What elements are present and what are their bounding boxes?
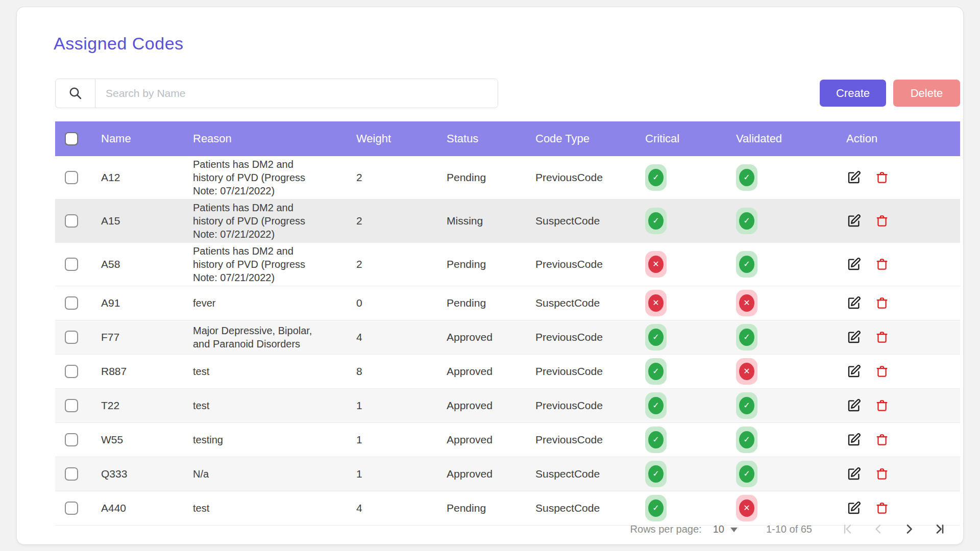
edit-icon[interactable] <box>846 500 862 516</box>
trash-icon[interactable] <box>875 257 889 271</box>
edit-icon[interactable] <box>846 466 862 482</box>
code-name: A58 <box>101 258 193 270</box>
critical-status-icon: ✓ <box>645 208 667 234</box>
code-name: R887 <box>101 365 193 378</box>
delete-button[interactable]: Delete <box>893 80 960 107</box>
code-name: A12 <box>101 171 193 184</box>
row-checkbox[interactable] <box>65 296 78 310</box>
search-input[interactable] <box>95 79 498 108</box>
edit-icon[interactable] <box>846 170 862 185</box>
row-checkbox[interactable] <box>65 258 78 271</box>
row-checkbox[interactable] <box>65 365 78 378</box>
row-checkbox[interactable] <box>65 467 78 481</box>
row-checkbox[interactable] <box>65 399 78 412</box>
trash-icon[interactable] <box>875 467 889 481</box>
code-status: Pending <box>447 258 535 270</box>
code-name: F77 <box>101 331 193 343</box>
trash-icon[interactable] <box>875 296 889 310</box>
code-status: Missing <box>447 215 535 227</box>
edit-icon[interactable] <box>846 398 862 413</box>
edit-icon[interactable] <box>846 364 862 379</box>
code-reason: fever <box>193 295 325 311</box>
row-checkbox[interactable] <box>65 433 78 446</box>
pagination-bar: Rows per page: 10 1-10 of 65 <box>55 515 960 543</box>
column-header-weight: Weight <box>356 132 447 145</box>
code-weight: 2 <box>356 258 447 270</box>
validated-status-icon: ✓ <box>736 461 757 487</box>
code-type: PreviousCode <box>535 399 645 412</box>
first-page-icon[interactable] <box>842 523 854 535</box>
column-header-action: Action <box>844 132 960 145</box>
trash-icon[interactable] <box>875 214 889 228</box>
code-reason: test <box>193 397 325 414</box>
trash-icon[interactable] <box>875 170 889 185</box>
edit-icon[interactable] <box>846 295 862 311</box>
row-checkbox[interactable] <box>65 331 78 344</box>
edit-icon[interactable] <box>846 213 862 229</box>
validated-status-icon: ✓ <box>736 164 757 191</box>
code-type: PreviousCode <box>535 258 645 270</box>
trash-icon[interactable] <box>875 433 889 447</box>
search-icon <box>56 79 95 108</box>
code-status: Pending <box>447 171 535 184</box>
code-weight: 1 <box>356 434 447 446</box>
code-type: SuspectCode <box>535 468 645 480</box>
trash-icon[interactable] <box>875 398 889 413</box>
table-row: A15 Patients has DM2 and history of PVD … <box>55 199 960 243</box>
edit-icon[interactable] <box>846 257 862 272</box>
column-header-code-type: Code Type <box>535 132 645 145</box>
trash-icon[interactable] <box>875 364 889 379</box>
table-row: A91 fever 0 Pending SuspectCode ✕ ✕ <box>55 286 960 320</box>
edit-icon[interactable] <box>846 330 862 345</box>
rows-per-page-select[interactable]: 10 <box>713 523 738 535</box>
row-checkbox[interactable] <box>65 171 78 184</box>
column-header-name: Name <box>101 132 193 145</box>
table-row: A58 Patients has DM2 and history of PVD … <box>55 243 960 286</box>
critical-status-icon: ✕ <box>645 251 667 278</box>
table-row: F77 Major Depressive, Bipolar, and Paran… <box>55 320 960 355</box>
edit-icon[interactable] <box>846 432 862 447</box>
code-weight: 1 <box>356 468 447 480</box>
code-type: SuspectCode <box>535 215 645 227</box>
row-checkbox[interactable] <box>65 502 78 515</box>
critical-status-icon: ✓ <box>645 427 667 453</box>
code-reason: test <box>193 500 325 516</box>
code-type: PreviousCode <box>535 365 645 378</box>
validated-status-icon: ✓ <box>736 251 757 278</box>
code-name: A91 <box>101 297 193 309</box>
last-page-icon[interactable] <box>934 523 946 535</box>
critical-status-icon: ✓ <box>645 164 667 191</box>
table-header: Name Reason Weight Status Code Type Crit… <box>55 121 960 156</box>
code-status: Pending <box>447 297 535 309</box>
column-header-reason: Reason <box>193 132 356 145</box>
code-type: SuspectCode <box>535 297 645 309</box>
previous-page-icon[interactable] <box>872 523 885 535</box>
validated-status-icon: ✓ <box>736 324 757 350</box>
code-type: PreviousCode <box>535 171 645 184</box>
select-all-checkbox[interactable] <box>65 132 78 145</box>
row-checkbox[interactable] <box>65 214 78 228</box>
code-reason: Patients has DM2 and history of PVD (Pro… <box>193 156 325 199</box>
code-reason: test <box>193 363 325 380</box>
chevron-down-icon <box>730 528 738 532</box>
pagination-range: 1-10 of 65 <box>766 523 812 535</box>
code-weight: 2 <box>356 171 447 184</box>
page-title: Assigned Codes <box>54 34 184 54</box>
code-status: Approved <box>447 365 535 378</box>
table-row: R887 test 8 Approved PreviousCode ✓ ✕ <box>55 355 960 389</box>
code-status: Approved <box>447 331 535 343</box>
table-body: A12 Patients has DM2 and history of PVD … <box>55 156 960 525</box>
next-page-icon[interactable] <box>903 523 915 535</box>
trash-icon[interactable] <box>875 330 889 344</box>
rows-per-page-value: 10 <box>713 523 724 535</box>
create-button[interactable]: Create <box>820 80 886 107</box>
critical-status-icon: ✓ <box>645 324 667 350</box>
validated-status-icon: ✕ <box>736 290 757 316</box>
trash-icon[interactable] <box>875 501 889 515</box>
critical-status-icon: ✓ <box>645 358 667 385</box>
code-weight: 2 <box>356 215 447 227</box>
code-weight: 4 <box>356 502 447 514</box>
code-name: A440 <box>101 502 193 514</box>
table-row: T22 test 1 Approved PreviousCode ✓ ✓ <box>55 389 960 423</box>
code-status: Pending <box>447 502 535 514</box>
